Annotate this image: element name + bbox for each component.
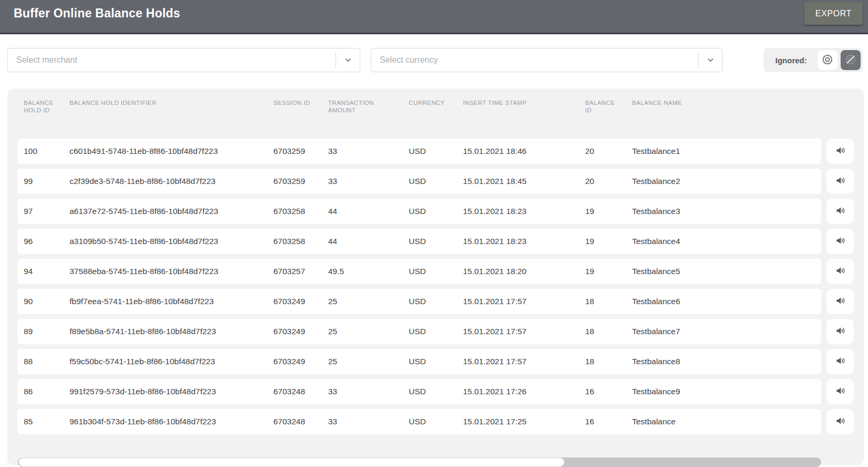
chevron-down-icon[interactable] xyxy=(336,56,360,64)
cell-balance-hold-id: 85 xyxy=(24,417,70,426)
merchant-select[interactable] xyxy=(7,48,360,72)
speaker-icon xyxy=(835,205,846,218)
cell-session-id: 6703248 xyxy=(273,417,328,426)
cell-balance-hold-id: 99 xyxy=(24,177,70,186)
scrollbar-thumb[interactable] xyxy=(18,458,565,467)
cell-balance-name: Testbalance9 xyxy=(632,387,815,396)
table-row: 99 c2f39de3-5748-11eb-8f86-10bf48d7f223 … xyxy=(17,169,854,194)
cell-balance-id: 20 xyxy=(585,177,632,186)
cell-currency: USD xyxy=(409,147,463,156)
row-sound-button[interactable] xyxy=(826,409,854,434)
cell-balance-hold-identifier: 37588eba-5745-11eb-8f86-10bf48d7f223 xyxy=(70,267,273,276)
cell-session-id: 6703249 xyxy=(273,357,328,366)
cell-currency: USD xyxy=(409,207,463,216)
cell-transaction-amount: 33 xyxy=(328,417,409,426)
row-sound-button[interactable] xyxy=(826,259,854,284)
horizontal-scrollbar[interactable] xyxy=(18,458,821,467)
row-sound-button[interactable] xyxy=(826,319,854,344)
chevron-down-icon[interactable] xyxy=(698,56,722,64)
table-row-main: 88 f59c50bc-5741-11eb-8f86-10bf48d7f223 … xyxy=(17,349,821,374)
cell-balance-hold-identifier: 961b304f-573d-11eb-8f86-10bf48d7f223 xyxy=(70,417,273,426)
cell-balance-hold-identifier: fb9f7eea-5741-11eb-8f86-10bf48d7f223 xyxy=(70,297,273,306)
cell-balance-hold-identifier: c601b491-5748-11eb-8f86-10bf48d7f223 xyxy=(70,147,273,156)
cell-balance-hold-id: 94 xyxy=(24,267,70,276)
speaker-icon xyxy=(835,355,846,368)
filter-bar: Ignored: xyxy=(7,48,863,72)
row-sound-button[interactable] xyxy=(826,169,854,194)
cell-insert-time-stamp: 15.01.2021 18:46 xyxy=(463,147,585,156)
page-title: Buffer Online Balance Holds xyxy=(14,6,180,21)
cell-balance-id: 20 xyxy=(585,147,632,156)
cell-balance-name: Testbalance2 xyxy=(632,177,815,186)
row-sound-button[interactable] xyxy=(826,349,854,374)
cell-currency: USD xyxy=(409,267,463,276)
table-row: 97 a6137e72-5745-11eb-8f86-10bf48d7f223 … xyxy=(17,199,854,224)
speaker-icon xyxy=(835,175,846,188)
cell-balance-hold-identifier: a3109b50-5745-11eb-8f86-10bf48d7f223 xyxy=(70,237,273,246)
cell-transaction-amount: 25 xyxy=(328,297,409,306)
cell-transaction-amount: 25 xyxy=(328,357,409,366)
cell-balance-id: 19 xyxy=(585,237,632,246)
cell-session-id: 6703257 xyxy=(273,267,328,276)
table-row: 94 37588eba-5745-11eb-8f86-10bf48d7f223 … xyxy=(17,259,854,284)
cell-insert-time-stamp: 15.01.2021 18:23 xyxy=(463,237,585,246)
cell-session-id: 6703248 xyxy=(273,387,328,396)
merchant-select-input[interactable] xyxy=(8,55,336,65)
table-row-main: 100 c601b491-5748-11eb-8f86-10bf48d7f223… xyxy=(17,139,821,164)
table-row-main: 89 f89e5b8a-5741-11eb-8f86-10bf48d7f223 … xyxy=(17,319,821,344)
cell-currency: USD xyxy=(409,177,463,186)
table-row-main: 99 c2f39de3-5748-11eb-8f86-10bf48d7f223 … xyxy=(17,169,821,194)
cell-balance-hold-identifier: f59c50bc-5741-11eb-8f86-10bf48d7f223 xyxy=(70,357,273,366)
row-sound-button[interactable] xyxy=(826,289,854,314)
cell-insert-time-stamp: 15.01.2021 17:57 xyxy=(463,357,585,366)
hide-ignored-button[interactable] xyxy=(841,50,861,70)
cell-insert-time-stamp: 15.01.2021 18:23 xyxy=(463,207,585,216)
show-ignored-button[interactable] xyxy=(817,50,837,70)
column-header-session-id: SESSION ID xyxy=(273,99,328,106)
table-header-row: BALANCE HOLD ID BALANCE HOLD IDENTIFIER … xyxy=(17,99,821,114)
row-sound-button[interactable] xyxy=(826,199,854,224)
column-header-transaction-amount: TRANSACTION AMOUNT xyxy=(328,99,409,114)
table-row-main: 97 a6137e72-5745-11eb-8f86-10bf48d7f223 … xyxy=(17,199,821,224)
eye-off-icon xyxy=(844,53,857,67)
table-row-main: 94 37588eba-5745-11eb-8f86-10bf48d7f223 … xyxy=(17,259,821,284)
cell-session-id: 6703259 xyxy=(273,147,328,156)
table-body: 100 c601b491-5748-11eb-8f86-10bf48d7f223… xyxy=(17,139,854,434)
app-header: Buffer Online Balance Holds EXPORT xyxy=(0,0,868,34)
table-row-main: 85 961b304f-573d-11eb-8f86-10bf48d7f223 … xyxy=(17,409,821,434)
speaker-icon xyxy=(835,325,846,338)
table-row: 90 fb9f7eea-5741-11eb-8f86-10bf48d7f223 … xyxy=(17,289,854,314)
speaker-icon xyxy=(835,415,846,428)
table-row-main: 96 a3109b50-5745-11eb-8f86-10bf48d7f223 … xyxy=(17,229,821,254)
table-row-main: 86 991f2579-573d-11eb-8f86-10bf48d7f223 … xyxy=(17,379,821,404)
cell-currency: USD xyxy=(409,327,463,336)
cell-transaction-amount: 44 xyxy=(328,237,409,246)
row-sound-button[interactable] xyxy=(826,139,854,164)
cell-balance-hold-id: 88 xyxy=(24,357,70,366)
column-header-currency: CURRENCY xyxy=(409,99,463,106)
cell-balance-name: Testbalance5 xyxy=(632,267,815,276)
cell-currency: USD xyxy=(409,357,463,366)
row-sound-button[interactable] xyxy=(826,229,854,254)
column-header-balance-id: BALANCE ID xyxy=(585,99,632,114)
export-button[interactable]: EXPORT xyxy=(804,2,863,25)
cell-balance-hold-id: 97 xyxy=(24,207,70,216)
cell-insert-time-stamp: 15.01.2021 17:57 xyxy=(463,297,585,306)
currency-select-input[interactable] xyxy=(371,55,698,65)
cell-transaction-amount: 25 xyxy=(328,327,409,336)
cell-balance-name: Testbalance1 xyxy=(632,147,815,156)
currency-select[interactable] xyxy=(371,48,723,72)
cell-balance-id: 18 xyxy=(585,327,632,336)
cell-balance-id: 18 xyxy=(585,357,632,366)
cell-currency: USD xyxy=(409,237,463,246)
cell-balance-id: 16 xyxy=(585,387,632,396)
cell-balance-hold-identifier: 991f2579-573d-11eb-8f86-10bf48d7f223 xyxy=(70,387,273,396)
cell-insert-time-stamp: 15.01.2021 18:20 xyxy=(463,267,585,276)
cell-balance-name: Testbalance8 xyxy=(632,357,815,366)
cell-balance-hold-id: 96 xyxy=(24,237,70,246)
cell-balance-hold-identifier: a6137e72-5745-11eb-8f86-10bf48d7f223 xyxy=(70,207,273,216)
cell-balance-hold-identifier: f89e5b8a-5741-11eb-8f86-10bf48d7f223 xyxy=(70,327,273,336)
row-sound-button[interactable] xyxy=(826,379,854,404)
cell-balance-id: 19 xyxy=(585,207,632,216)
cell-balance-id: 18 xyxy=(585,297,632,306)
